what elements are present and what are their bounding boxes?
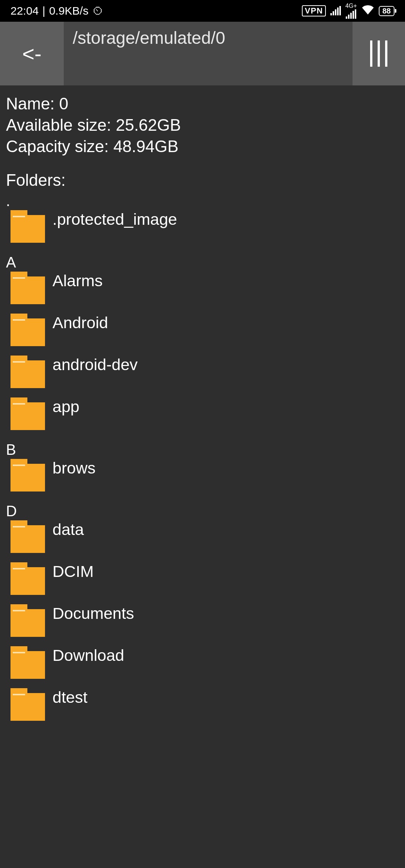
capacity-label: Capacity size:: [6, 137, 109, 155]
folder-row[interactable]: dtest: [10, 689, 399, 721]
folder-name: Documents: [52, 605, 134, 621]
folder-name: Download: [52, 647, 124, 663]
menu-bar-icon: [378, 40, 380, 67]
folder-row[interactable]: Download: [10, 647, 399, 679]
status-left: 22:04 | 0.9KB/s ⏲: [10, 4, 104, 17]
battery-indicator: 88: [379, 6, 394, 16]
folder-name: app: [52, 399, 80, 415]
name-value: 0: [59, 94, 68, 113]
folder-icon: [10, 464, 45, 492]
vpn-badge: VPN: [302, 5, 326, 16]
folder-row[interactable]: DCIM: [10, 563, 399, 595]
storage-info: Name: 0 Available size: 25.62GB Capacity…: [6, 93, 399, 157]
folder-row[interactable]: android-dev: [10, 357, 399, 388]
back-button[interactable]: <-: [0, 22, 64, 85]
folder-row[interactable]: data: [10, 521, 399, 553]
folder-row[interactable]: Documents: [10, 605, 399, 637]
alarm-icon: ⏲: [92, 4, 104, 17]
folder-row[interactable]: .protected_image: [10, 211, 399, 243]
section-letter: D: [6, 502, 399, 520]
folder-name: Alarms: [52, 273, 103, 289]
folder-icon: [10, 402, 45, 430]
section-letter: B: [6, 441, 399, 459]
folder-icon: [10, 360, 45, 388]
folder-icon: [10, 567, 45, 595]
content-area[interactable]: Name: 0 Available size: 25.62GB Capacity…: [0, 85, 405, 868]
folder-name: Android: [52, 315, 108, 331]
folder-name: dtest: [52, 689, 87, 705]
folders-header: Folders:: [6, 171, 399, 190]
folder-icon: [10, 525, 45, 553]
folder-name: android-dev: [52, 357, 138, 373]
folder-icon: [10, 318, 45, 346]
path-display[interactable]: /storage/emulated/0: [64, 22, 352, 85]
available-label: Available size:: [6, 116, 111, 134]
capacity-value: 48.94GB: [113, 137, 178, 155]
folder-row[interactable]: Android: [10, 315, 399, 346]
folder-name: data: [52, 521, 84, 538]
app-toolbar: <- /storage/emulated/0: [0, 22, 405, 85]
network-speed: 0.9KB/s: [49, 4, 88, 17]
menu-bar-icon: [385, 40, 387, 67]
folders-list: ..protected_imageAAlarmsAndroidandroid-d…: [6, 192, 399, 721]
menu-button[interactable]: [352, 22, 405, 85]
folder-name: .protected_image: [52, 211, 177, 227]
section-letter: .: [6, 192, 399, 210]
network-type-indicator: 4G+: [345, 3, 357, 19]
folder-row[interactable]: Alarms: [10, 273, 399, 304]
folder-row[interactable]: brows: [10, 460, 399, 492]
wifi-icon: [362, 4, 374, 17]
menu-bar-icon: [370, 40, 372, 67]
folder-name: brows: [52, 460, 96, 476]
folder-icon: [10, 609, 45, 637]
folder-icon: [10, 693, 45, 721]
clock: 22:04: [10, 4, 39, 17]
status-right: VPN 4G+ 88: [302, 3, 394, 19]
separator: |: [42, 4, 45, 17]
section-letter: A: [6, 253, 399, 271]
folder-icon: [10, 651, 45, 679]
signal-icon: [330, 6, 341, 15]
status-bar: 22:04 | 0.9KB/s ⏲ VPN 4G+ 88: [0, 0, 405, 22]
folder-icon: [10, 276, 45, 304]
folder-icon: [10, 215, 45, 243]
name-label: Name:: [6, 94, 55, 113]
folder-row[interactable]: app: [10, 399, 399, 430]
folder-name: DCIM: [52, 563, 94, 580]
available-value: 25.62GB: [116, 116, 181, 134]
